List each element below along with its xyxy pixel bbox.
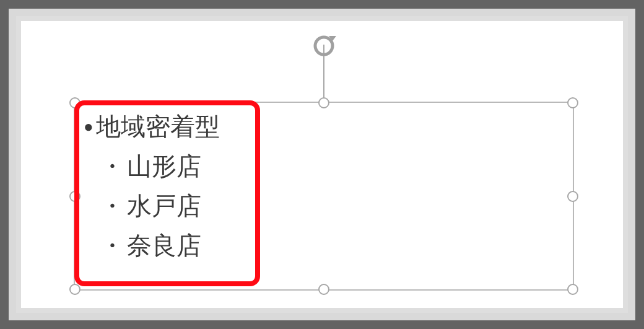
bullet-level2-text[interactable]: 水戸店 [127, 186, 201, 226]
bullet-level2-item[interactable]: ・ 山形店 [100, 146, 220, 186]
bullet-level2-text[interactable]: 山形店 [127, 146, 201, 186]
resize-handle-top-right[interactable] [567, 97, 578, 108]
window-border: ● 地域密着型 ・ 山形店 ・ 水戸店 ・ 奈良店 [9, 9, 635, 320]
bullet-marker: ・ [100, 146, 124, 186]
bullet-level1[interactable]: ● 地域密着型 [84, 107, 220, 146]
bullet-marker: ● [84, 118, 94, 134]
bullet-marker: ・ [100, 226, 124, 265]
resize-handle-middle-left[interactable] [69, 191, 80, 202]
bullet-marker: ・ [100, 186, 124, 226]
bullet-level2-item[interactable]: ・ 水戸店 [100, 186, 220, 226]
rotation-handle[interactable] [310, 32, 337, 62]
slide-canvas[interactable]: ● 地域密着型 ・ 山形店 ・ 水戸店 ・ 奈良店 [21, 21, 623, 308]
textbox-content[interactable]: ● 地域密着型 ・ 山形店 ・ 水戸店 ・ 奈良店 [84, 107, 220, 265]
bullet-level2-item[interactable]: ・ 奈良店 [100, 226, 220, 265]
resize-handle-top-left[interactable] [69, 97, 80, 108]
canvas-border: ● 地域密着型 ・ 山形店 ・ 水戸店 ・ 奈良店 [16, 16, 628, 313]
resize-handle-bottom-middle[interactable] [318, 284, 329, 295]
resize-handle-bottom-right[interactable] [567, 284, 578, 295]
bullet-level1-text[interactable]: 地域密着型 [96, 107, 220, 146]
selected-textbox[interactable]: ● 地域密着型 ・ 山形店 ・ 水戸店 ・ 奈良店 [74, 102, 574, 291]
svg-point-0 [315, 37, 333, 55]
resize-handle-bottom-left[interactable] [69, 284, 80, 295]
bullet-level2-text[interactable]: 奈良店 [127, 226, 201, 265]
resize-handle-middle-right[interactable] [567, 191, 578, 202]
resize-handle-top-middle[interactable] [318, 97, 329, 108]
